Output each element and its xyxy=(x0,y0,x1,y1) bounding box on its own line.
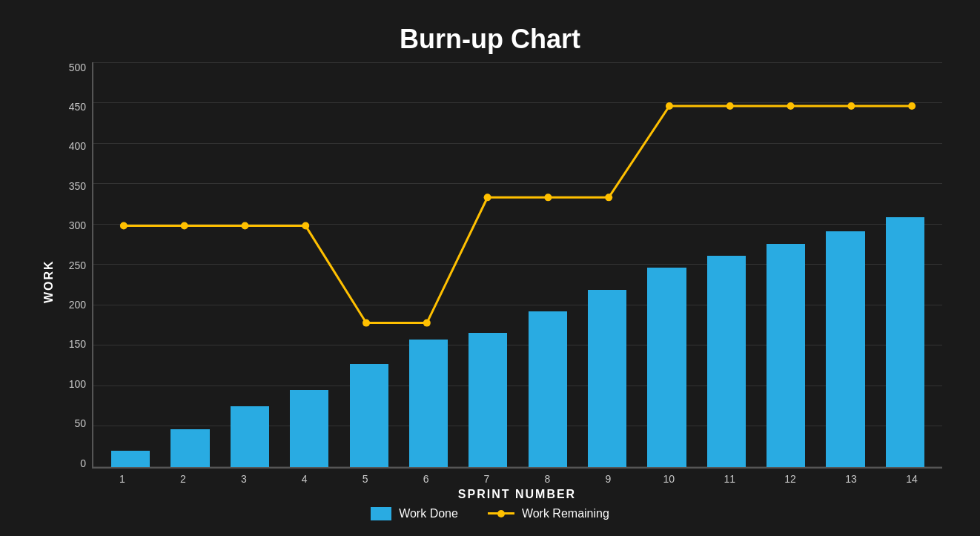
chart-inner: 050100150200250300350400450500 123456789… xyxy=(60,62,942,501)
y-ticks: 050100150200250300350400450500 xyxy=(60,62,86,469)
y-tick: 300 xyxy=(69,220,86,231)
x-axis-label: SPRINT NUMBER xyxy=(60,488,942,501)
x-tick: 3 xyxy=(241,473,247,485)
x-tick-group: 3 xyxy=(213,469,274,485)
x-tick-group: 14 xyxy=(881,469,942,485)
bar xyxy=(886,217,924,466)
legend-line-sample xyxy=(488,512,514,515)
bar-group xyxy=(577,62,637,467)
x-tick-group: 7 xyxy=(457,469,517,485)
y-tick: 500 xyxy=(69,62,86,73)
bar xyxy=(826,231,864,467)
bar xyxy=(111,451,150,467)
x-tick: 14 xyxy=(906,473,918,485)
legend-work-remaining-label: Work Remaining xyxy=(522,507,609,520)
x-tick: 7 xyxy=(484,473,490,485)
bar-group xyxy=(220,62,279,467)
legend-bar-box xyxy=(371,507,391,520)
bar-group xyxy=(279,62,339,467)
x-tick: 12 xyxy=(784,473,796,485)
bar xyxy=(707,256,746,467)
bar-group xyxy=(637,62,696,467)
bar-group xyxy=(697,62,756,467)
chart-container: Burn-up Chart WORK 050100150200250300350… xyxy=(16,9,964,528)
y-tick: 350 xyxy=(69,181,86,191)
legend-item-work-done: Work Done xyxy=(371,507,458,520)
bar xyxy=(350,364,388,467)
bar-group xyxy=(458,62,517,467)
bar-group xyxy=(399,62,458,467)
x-tick: 8 xyxy=(545,473,551,485)
x-tick: 9 xyxy=(605,473,611,485)
chart-title: Burn-up Chart xyxy=(400,24,580,55)
x-tick: 1 xyxy=(119,473,125,485)
x-tick-group: 11 xyxy=(699,469,760,485)
x-tick: 5 xyxy=(362,473,368,485)
x-tick-group: 13 xyxy=(821,469,881,485)
plot-canvas xyxy=(92,62,942,469)
x-tick-group: 2 xyxy=(153,469,213,485)
y-axis-label: WORK xyxy=(38,62,60,501)
y-tick: 400 xyxy=(69,141,86,151)
x-tick: 11 xyxy=(724,473,735,485)
bar-group xyxy=(875,62,935,467)
y-tick: 250 xyxy=(69,260,86,271)
bar xyxy=(647,268,686,467)
bar xyxy=(409,340,448,466)
bar-group xyxy=(339,62,398,467)
bar-group xyxy=(518,62,577,467)
bar xyxy=(529,311,567,467)
bar xyxy=(588,290,626,466)
x-tick-group: 6 xyxy=(396,469,457,485)
x-tick-group: 10 xyxy=(638,469,699,485)
x-tick: 6 xyxy=(423,473,429,485)
bar-group xyxy=(756,62,815,467)
x-tick-group: 9 xyxy=(577,469,638,485)
x-tick: 13 xyxy=(845,473,857,485)
plot-area: 050100150200250300350400450500 xyxy=(60,62,942,469)
bar xyxy=(767,244,805,466)
x-tick-group: 5 xyxy=(335,469,396,485)
bar-group xyxy=(815,62,875,467)
bar xyxy=(290,390,328,467)
y-tick: 100 xyxy=(69,379,86,389)
y-tick: 50 xyxy=(74,418,86,429)
bar-group xyxy=(160,62,219,467)
x-tick-group: 4 xyxy=(274,469,335,485)
y-tick: 150 xyxy=(69,339,86,349)
x-tick-group: 1 xyxy=(92,469,153,485)
bar xyxy=(170,429,209,466)
x-tick-group: 8 xyxy=(517,469,577,485)
x-axis: 1234567891011121314 xyxy=(60,469,942,485)
chart-body: WORK 050100150200250300350400450500 1234… xyxy=(38,62,942,501)
x-tick: 4 xyxy=(302,473,308,485)
y-tick: 0 xyxy=(80,458,86,469)
legend-work-done-label: Work Done xyxy=(399,507,458,520)
x-tick: 2 xyxy=(180,473,186,485)
bars-container xyxy=(93,62,942,467)
legend: Work Done Work Remaining xyxy=(371,507,609,520)
bar xyxy=(469,333,507,466)
y-tick: 450 xyxy=(69,102,86,112)
bar-group xyxy=(101,62,160,467)
legend-item-work-remaining: Work Remaining xyxy=(488,507,609,520)
x-tick-group: 12 xyxy=(760,469,821,485)
bar xyxy=(231,406,269,467)
y-tick: 200 xyxy=(69,300,86,310)
x-tick: 10 xyxy=(663,473,675,485)
